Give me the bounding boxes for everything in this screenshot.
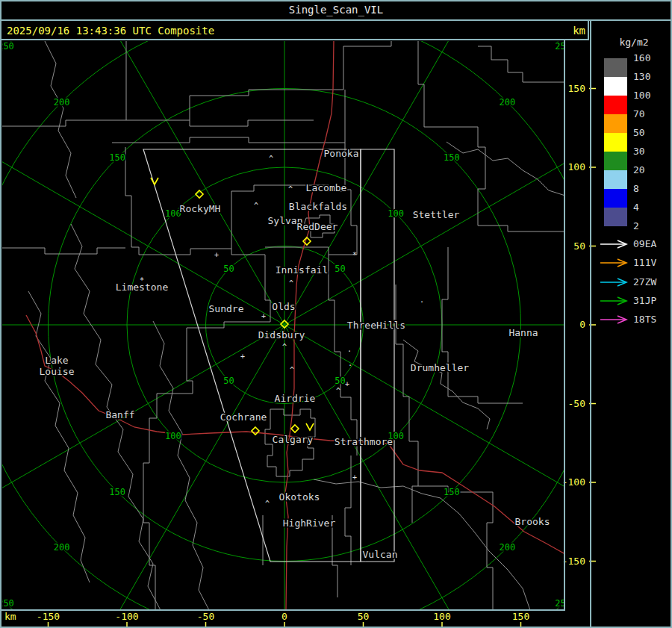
town-marker: . <box>347 345 352 353</box>
color-scale-swatch <box>604 170 627 189</box>
town-marker: ^ <box>288 185 293 193</box>
radar-site-marker <box>291 425 299 432</box>
radar-id-label: 09EA <box>633 239 656 249</box>
ring-distance-label: 250 <box>0 598 14 609</box>
ring-distance-label: 200 <box>500 97 516 108</box>
window-title: Single_Scan_VIL <box>289 4 383 16</box>
city-label: HighRiver <box>283 517 336 529</box>
city-label: Lacombe <box>306 182 347 193</box>
radar-map[interactable]: 5050505010010010010015015015015020020020… <box>0 0 672 628</box>
radar-id-label: 27ZW <box>633 277 656 287</box>
right-axis-label: -100 <box>562 476 585 488</box>
town-marker: ^ <box>282 343 287 351</box>
legend-unit-label: kg/m2 <box>591 37 672 48</box>
radar-arrow-icon <box>599 296 632 306</box>
town-marker: + <box>352 473 357 482</box>
check-marker <box>306 423 314 430</box>
city-label: Drumheller <box>411 362 469 373</box>
bottom-axis-unit: km <box>4 611 16 622</box>
ring-distance-label: 100 <box>165 208 181 219</box>
city-label: Olds <box>272 301 295 312</box>
right-axis-label: 150 <box>568 83 585 94</box>
radar-id-label: 111V <box>633 258 656 268</box>
town-marker: ^ <box>336 387 340 395</box>
ring-distance-label: 200 <box>54 542 70 553</box>
city-label: Stettler <box>413 209 460 220</box>
city-label: Sundre <box>209 303 244 314</box>
town-marker: + <box>240 352 245 361</box>
city-label: RedDeer <box>297 221 338 232</box>
city-label: ThreeHills <box>347 320 405 331</box>
color-scale-swatch <box>604 96 627 114</box>
title-bar: Single_Scan_VIL <box>0 0 672 20</box>
ring-distance-label: 150 <box>109 487 125 497</box>
town-marker: ^ <box>269 155 273 163</box>
town-marker: + <box>214 251 219 259</box>
terrain-line <box>447 142 565 196</box>
ring-distance-label: 150 <box>444 152 460 163</box>
boundary-line <box>112 137 345 143</box>
bottom-axis-label: 50 <box>358 611 370 622</box>
ring-distance-label: 50 <box>335 264 345 274</box>
town-marker: . <box>420 296 424 304</box>
city-label: Calgary <box>273 434 314 445</box>
ring-distance-label: 200 <box>54 97 70 108</box>
radar-id-label: 18TS <box>633 314 656 325</box>
bottom-axis-label: -150 <box>37 611 60 622</box>
town-marker: * <box>140 276 144 285</box>
bottom-axis-label: -100 <box>115 611 138 622</box>
boundary-line <box>418 40 565 231</box>
terrain-line <box>403 340 490 429</box>
color-scale-swatch <box>604 152 627 170</box>
radar-site-marker <box>252 427 259 435</box>
color-scale-tick-label: 100 <box>633 90 650 102</box>
color-scale-tick-label: 130 <box>633 71 650 83</box>
boundary-line <box>345 456 351 565</box>
town-marker: ^ <box>254 202 258 210</box>
color-scale-swatch <box>604 58 627 77</box>
city-label: LakeLouise <box>40 355 75 377</box>
ring-distance-label: 50 <box>223 264 234 274</box>
color-scale-swatch <box>604 114 627 133</box>
color-scale-tick-label: 8 <box>633 183 639 195</box>
color-scale-swatch <box>604 133 627 152</box>
ring-distance-label: 250 <box>0 41 14 52</box>
bottom-axis-label: -50 <box>197 611 214 622</box>
city-label: Strathmore <box>335 436 393 447</box>
city-label: Banff <box>105 409 134 420</box>
map-layers: 5050505010010010010015015015015020020020… <box>0 0 672 628</box>
color-scale-swatch <box>604 208 627 226</box>
terrain-line <box>153 321 209 610</box>
app-window: 5050505010010010010015015015015020020020… <box>0 0 672 628</box>
city-label: Hanna <box>508 327 538 338</box>
bottom-axis-label: 150 <box>512 611 529 622</box>
radar-arrow-icon <box>599 239 632 249</box>
window-border <box>1 1 671 627</box>
city-label: Didsbury <box>258 329 305 341</box>
color-scale-tick-label: 2 <box>633 220 639 232</box>
bottom-axis-label: 100 <box>433 611 450 622</box>
city-label: Airdrie <box>275 393 316 404</box>
ring-distance-label: 50 <box>223 376 234 386</box>
ring-distance-label: 250 <box>555 41 571 52</box>
city-label: Brooks <box>515 516 550 527</box>
right-axis-label: 50 <box>573 240 585 252</box>
color-scale-tick-label: 160 <box>633 52 650 64</box>
boundary-line <box>418 486 493 610</box>
color-scale-tick-label: 30 <box>633 146 645 158</box>
city-label: Ponoka <box>324 148 359 159</box>
radar-arrow-icon <box>599 314 632 325</box>
city-label: Innisfail <box>276 264 328 276</box>
check-marker <box>151 178 158 184</box>
ring-distance-label: 250 <box>555 598 571 609</box>
boundary-line <box>190 40 391 120</box>
ring-distance-label: 50 <box>335 376 345 386</box>
town-marker: ^ <box>289 279 293 287</box>
ring-distance-label: 100 <box>388 208 404 219</box>
ring-distance-label: 100 <box>165 431 181 441</box>
color-scale-tick-label: 4 <box>633 202 639 214</box>
terrain-line <box>45 41 76 198</box>
right-axis-label: -50 <box>568 398 585 409</box>
right-axis-label: 0 <box>579 319 585 330</box>
radar-arrow-icon <box>599 277 632 287</box>
